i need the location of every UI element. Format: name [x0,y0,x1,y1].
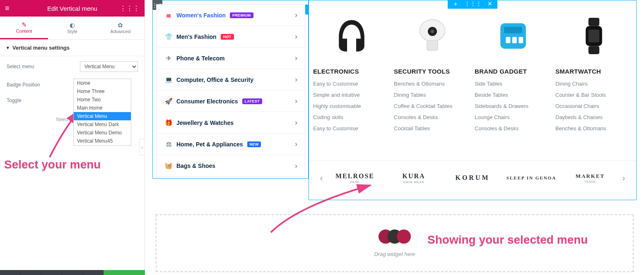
menu-item-label: Computer, Office & Security [176,77,253,83]
menu-item-label: Consumer Electronics [176,98,238,105]
dropzone-label: Drag widget here [374,251,415,257]
editor-panel: ≡ Edit Vertical menu ⋮⋮⋮ ✎ Content ◐ Sty… [0,0,145,275]
brand-logo[interactable]: MARKET TRADE [561,173,620,183]
dropdown-option-selected[interactable]: Vertical Menu [74,112,131,120]
mega-column-brand-gadget: BRAND GADGET Side Tables Beside Tables S… [475,9,551,136]
brand-logo[interactable]: MELROSE PARK [326,172,384,184]
mega-link[interactable]: Daybeds & Chaises [555,114,603,120]
menu-item-phone-telecom[interactable]: ✈ Phone & Telecom › [157,48,305,69]
control-select-menu: Select menu Vertical Menu [0,56,145,77]
chevron-right-icon: › [295,118,297,127]
dropzone-icon [381,230,408,244]
panel-header: ≡ Edit Vertical menu ⋮⋮⋮ [0,0,145,17]
mega-link[interactable]: Benches & Ottomans [555,125,606,132]
shirt-icon: 👕 [164,33,173,41]
brand-logo[interactable]: SLEEP IN GENOA [502,175,561,181]
svg-rect-11 [588,46,599,54]
menu-item-mens-fashion[interactable]: 👕 Men's Fashion HOT › [157,26,305,48]
mega-title: ELECTRONICS [313,68,359,75]
brand-logo[interactable]: KURA SWIM WEAR [384,172,443,184]
widgets-grid-icon[interactable]: ⋮⋮⋮ [120,5,140,12]
dropdown-option[interactable]: Vertical Menu Dark [74,120,131,129]
add-section-icon[interactable]: ＋ [453,1,458,7]
mega-link[interactable]: Dining Tables [394,92,426,98]
section-vertical-menu-settings[interactable]: ▾ Vertical menu settings [0,40,145,56]
tab-content[interactable]: ✎ Content [0,17,48,39]
select-menu-input[interactable]: Vertical Menu [80,61,138,72]
tab-style[interactable]: ◐ Style [48,17,96,39]
gear-icon: ✿ [118,22,123,28]
svg-rect-5 [506,37,510,43]
badge-new: NEW [247,141,261,147]
toggle-label: Toggle [7,98,21,103]
menu-item-label: Women's Fashion [176,12,226,19]
mega-link[interactable]: Benches & Ottomans [394,81,445,87]
dropdown-option[interactable]: Vertical Menu45 [74,137,131,145]
carousel-next-icon[interactable]: › [620,173,628,183]
mega-link[interactable]: Simple and intuitive [313,92,360,98]
menu-item-computer-office-security[interactable]: 💻 Computer, Office & Security › [157,69,305,91]
menu-item-jewellery-watches[interactable]: 🎁 Jewellery & Watches › [157,112,305,134]
mega-link[interactable]: Easy to Customise [313,125,358,132]
rocket-icon: 🚀 [164,98,173,105]
dropdown-option[interactable]: Home [74,79,131,87]
menu-item-label: Jewellery & Watches [176,120,234,126]
update-button[interactable] [104,270,145,275]
mega-link[interactable]: Occasional Chairs [555,103,599,109]
mega-menu-panel: ELECTRONICS Easy to Customise Simple and… [309,9,636,136]
chevron-right-icon: › [295,140,297,148]
svg-rect-9 [588,18,599,26]
mega-link[interactable]: Side Tables [475,81,502,87]
mega-link[interactable]: Beside Tables [475,92,508,98]
mega-column-smartwatch: SMARTWATCH Dining Chairs Counter & Bar S… [555,9,632,136]
contrast-icon: ◐ [70,22,75,28]
select-menu-dropdown[interactable]: Home Home Three Home Two Main Home Verti… [73,79,131,146]
dropdown-option[interactable]: Home Two [74,96,131,104]
chevron-right-icon: › [295,162,297,170]
chevron-right-icon: › [295,11,297,19]
tab-advanced[interactable]: ✿ Advanced [96,17,145,39]
svg-rect-3 [427,41,437,50]
mega-link[interactable]: Highly customisable [313,103,361,109]
close-section-icon[interactable]: ✕ [487,1,492,7]
product-image-smartwatch [555,9,632,63]
product-image-camera [394,9,470,63]
menu-item-home-pet-appliances[interactable]: ⚖ Home, Pet & Appliances NEW › [157,134,305,155]
dropdown-option[interactable]: Vertical Menu Demo [74,129,131,137]
panel-collapse-handle[interactable]: ‹ [139,139,145,155]
hamburger-icon[interactable]: ≡ [5,4,10,13]
panel-tabs: ✎ Content ◐ Style ✿ Advanced [0,17,145,40]
brand-logo[interactable]: KORUM [443,174,502,182]
scale-icon: ⚖ [164,141,173,148]
menu-item-bags-shoes[interactable]: 🧺 Bags & Shoes › [157,155,305,177]
laptop-icon: 💻 [164,76,173,84]
move-section-icon[interactable]: ⋮⋮⋮ [464,1,482,7]
menu-item-womens-fashion[interactable]: ≣ Women's Fashion PREMIUM › [157,5,305,26]
carousel-prev-icon[interactable]: ‹ [317,173,326,183]
mega-link[interactable]: Cocktail Tables [394,125,430,132]
mega-link[interactable]: Easy to Customise [313,81,358,87]
mega-link[interactable]: Consoles & Desks [394,114,438,120]
menu-item-consumer-electronics[interactable]: 🚀 Consumer Electronics LATEST › [157,91,305,112]
dropdown-option[interactable]: Main Home [74,104,131,112]
mega-link[interactable]: Dining Chairs [555,81,588,87]
mega-link[interactable]: Coffee & Cocktail Tables [394,103,452,109]
badge-hot: HOT [221,34,234,40]
chevron-right-icon: › [295,75,297,84]
section-toolbar: ＋ ⋮⋮⋮ ✕ [448,0,497,9]
mega-link[interactable]: Coding skills [313,114,343,120]
editor-canvas: ⋮⋮ ✎ ≣ Women's Fashion PREMIUM › 👕 Men's… [145,0,644,275]
mega-link[interactable]: Sideboards & Drawers [475,103,528,109]
menu-item-label: Bags & Shoes [176,163,215,169]
tab-advanced-label: Advanced [110,29,130,34]
mega-link[interactable]: Counter & Bar Stools [555,92,606,98]
mega-link[interactable]: Lounge Chairs [475,114,510,120]
chevron-down-icon: ▾ [7,45,9,50]
mega-column-security-tools: SECURITY TOOLS Benches & Ottomans Dining… [394,9,470,136]
mega-link[interactable]: Consoles & Desks [475,125,519,132]
mega-title: SECURITY TOOLS [394,68,450,75]
mega-title: BRAND GADGET [475,68,527,75]
dropdown-option[interactable]: Home Three [74,87,131,96]
menu-item-label: Men's Fashion [176,33,217,40]
empty-section-dropzone[interactable]: Drag widget here [156,214,634,272]
